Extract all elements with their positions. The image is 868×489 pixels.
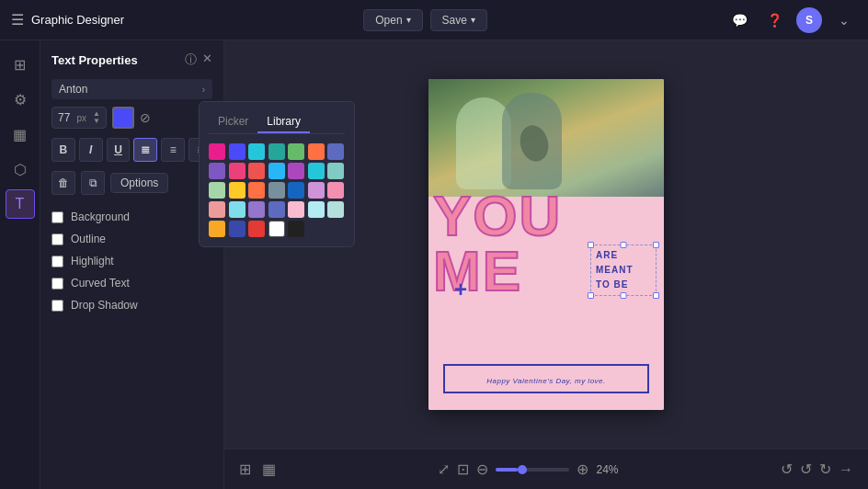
color-cell[interactable] bbox=[308, 143, 325, 160]
background-checkbox-item[interactable]: Background bbox=[51, 206, 212, 228]
size-color-row: 77 px ▲ ▼ ⊘ bbox=[51, 107, 212, 129]
color-cell[interactable] bbox=[229, 182, 246, 199]
delete-button[interactable]: 🗑 bbox=[51, 171, 75, 195]
color-cell[interactable] bbox=[268, 182, 285, 199]
handle-tr[interactable] bbox=[653, 242, 659, 248]
align-left-button[interactable]: ≣ bbox=[133, 138, 157, 162]
sidebar-icon-table[interactable]: ▦ bbox=[6, 119, 35, 149]
font-arrow-icon: › bbox=[202, 85, 205, 95]
options-button[interactable]: Options bbox=[110, 173, 168, 193]
color-cell[interactable] bbox=[327, 143, 344, 160]
color-picker-popup: Picker Library bbox=[199, 101, 355, 247]
italic-button[interactable]: I bbox=[79, 138, 103, 162]
color-cell[interactable] bbox=[288, 163, 304, 179]
info-icon[interactable]: ⓘ bbox=[185, 51, 197, 68]
meant-to-be-box[interactable]: AREMEANTTO BE bbox=[590, 244, 657, 296]
zoom-out-icon[interactable]: ⊖ bbox=[476, 461, 488, 478]
sidebar-icon-text[interactable]: T bbox=[6, 189, 35, 219]
zoom-handle[interactable] bbox=[518, 465, 527, 474]
close-icon[interactable]: ✕ bbox=[202, 51, 212, 68]
color-picker-tabs: Picker Library bbox=[209, 111, 345, 134]
color-cell[interactable] bbox=[288, 201, 304, 218]
bold-button[interactable]: B bbox=[51, 138, 75, 162]
font-selector[interactable]: Anton › bbox=[51, 79, 212, 99]
undo-icon[interactable]: ↺ bbox=[800, 461, 812, 478]
copy-button[interactable]: ⧉ bbox=[81, 171, 105, 195]
handle-bc[interactable] bbox=[621, 292, 627, 299]
sidebar-icon-elements[interactable]: ⬡ bbox=[6, 154, 35, 184]
color-cell[interactable] bbox=[229, 201, 246, 218]
sidebar-icon-filters[interactable]: ⚙ bbox=[6, 85, 35, 114]
refresh-icon[interactable]: ↺ bbox=[781, 461, 793, 478]
color-cell[interactable] bbox=[327, 163, 344, 179]
color-cell[interactable] bbox=[308, 201, 325, 218]
color-cell[interactable] bbox=[268, 163, 285, 179]
color-cell[interactable] bbox=[248, 182, 265, 199]
color-cell[interactable] bbox=[288, 221, 304, 237]
crop-icon[interactable]: ⊡ bbox=[457, 461, 469, 478]
tab-picker[interactable]: Picker bbox=[209, 111, 257, 133]
zoom-in-icon[interactable]: ⊕ bbox=[577, 461, 588, 478]
handle-bl[interactable] bbox=[588, 292, 594, 299]
color-cell[interactable] bbox=[209, 182, 225, 199]
grid-bottom-icon[interactable]: ▦ bbox=[262, 461, 276, 478]
color-cell[interactable] bbox=[209, 143, 225, 160]
avatar[interactable]: S bbox=[796, 7, 822, 33]
curved-text-checkbox[interactable] bbox=[51, 278, 63, 290]
underline-button[interactable]: U bbox=[107, 138, 131, 162]
layers-bottom-icon[interactable]: ⊞ bbox=[239, 461, 251, 478]
drop-shadow-checkbox[interactable] bbox=[51, 300, 63, 312]
zoom-slider[interactable] bbox=[496, 468, 569, 472]
color-cell[interactable] bbox=[229, 221, 246, 237]
color-cell[interactable] bbox=[229, 163, 246, 179]
highlight-checkbox[interactable] bbox=[51, 256, 63, 267]
color-picker-toggle[interactable]: ⊘ bbox=[140, 110, 151, 125]
color-cell-white[interactable] bbox=[268, 221, 285, 237]
curved-text-checkbox-item[interactable]: Curved Text bbox=[51, 272, 212, 294]
font-size-input[interactable]: 77 px ▲ ▼ bbox=[51, 107, 107, 129]
fit-icon[interactable]: ⤢ bbox=[438, 461, 450, 478]
size-down-arrow[interactable]: ▼ bbox=[93, 118, 100, 125]
topbar-right: 💬 ❓ S ⌄ bbox=[726, 7, 857, 33]
save-button[interactable]: Save ▾ bbox=[430, 9, 487, 31]
handle-br[interactable] bbox=[653, 292, 659, 299]
color-cell[interactable] bbox=[288, 182, 304, 199]
color-cell[interactable] bbox=[308, 182, 325, 199]
zoom-fill bbox=[496, 468, 518, 472]
handle-tl[interactable] bbox=[588, 242, 594, 248]
forward-icon[interactable]: → bbox=[839, 461, 853, 478]
redo-icon[interactable]: ↻ bbox=[819, 461, 831, 478]
background-checkbox[interactable] bbox=[51, 211, 63, 223]
color-cell[interactable] bbox=[327, 201, 344, 218]
color-cell[interactable] bbox=[248, 143, 265, 160]
help-icon[interactable]: ❓ bbox=[761, 7, 787, 33]
color-cell[interactable] bbox=[209, 201, 225, 218]
drop-shadow-checkbox-item[interactable]: Drop Shadow bbox=[51, 294, 212, 316]
color-cell[interactable] bbox=[248, 221, 265, 237]
color-cell[interactable] bbox=[308, 163, 325, 179]
menu-icon[interactable]: ☰ bbox=[11, 11, 24, 28]
chevron-down-icon[interactable]: ⌄ bbox=[831, 7, 857, 33]
color-cell[interactable] bbox=[327, 182, 344, 199]
tab-library[interactable]: Library bbox=[257, 111, 310, 133]
color-cell[interactable] bbox=[248, 163, 265, 179]
me-text: ME bbox=[433, 243, 522, 300]
color-cell[interactable] bbox=[248, 201, 265, 218]
color-cell[interactable] bbox=[268, 201, 285, 218]
valentine-box[interactable]: Happy Valentine's Day, my love. bbox=[443, 364, 649, 393]
color-cell[interactable] bbox=[209, 163, 225, 179]
outline-checkbox-item[interactable]: Outline bbox=[51, 228, 212, 250]
sidebar-icon-layers[interactable]: ⊞ bbox=[6, 50, 35, 79]
outline-checkbox[interactable] bbox=[51, 233, 63, 245]
color-cell[interactable] bbox=[288, 143, 304, 160]
handle-tc[interactable] bbox=[621, 242, 627, 248]
color-cell[interactable] bbox=[268, 143, 285, 160]
open-button[interactable]: Open ▾ bbox=[363, 9, 422, 31]
chat-icon[interactable]: 💬 bbox=[726, 7, 752, 33]
zoom-percentage: 24% bbox=[596, 463, 618, 476]
color-cell[interactable] bbox=[229, 143, 246, 160]
color-swatch[interactable] bbox=[112, 107, 134, 129]
align-center-button[interactable]: ≡ bbox=[161, 138, 185, 162]
color-cell[interactable] bbox=[209, 221, 225, 237]
highlight-checkbox-item[interactable]: Highlight bbox=[51, 250, 212, 272]
